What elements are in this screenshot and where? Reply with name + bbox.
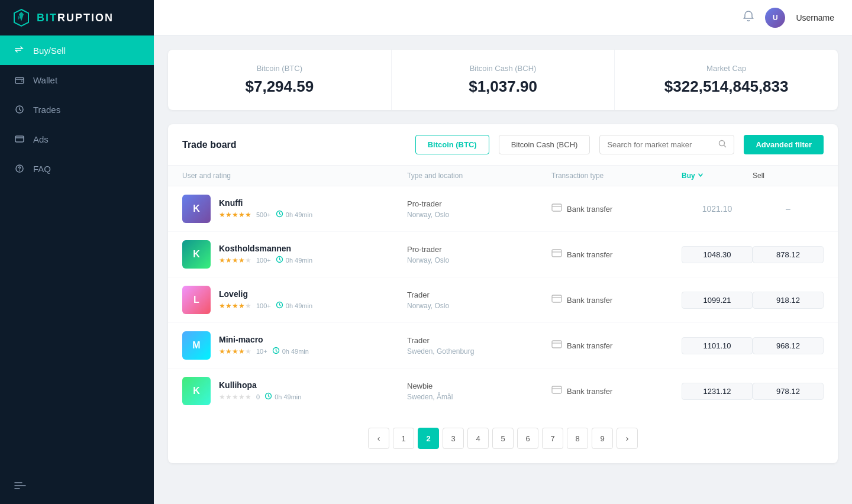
tx-cell: Bank transfer: [551, 340, 682, 351]
buy-price: 1231.12: [682, 383, 753, 400]
svg-rect-13: [552, 295, 561, 302]
stat-bch-value: $1,037.90: [409, 77, 597, 96]
buy-price-cell: 1048.30: [682, 246, 753, 263]
table-row[interactable]: K Kostholdsmannen ★★★★★ 100+ 0h 49min: [168, 232, 838, 277]
time-icon: [264, 392, 272, 402]
user-meta: ★★★★★ 0 0h 49min: [219, 392, 301, 402]
tx-label: Bank transfer: [567, 205, 612, 214]
tx-cell: Bank transfer: [551, 203, 682, 214]
table-row[interactable]: M Mini-macro ★★★★★ 10+ 0h 49min: [168, 323, 838, 369]
payment-card-icon: [551, 386, 562, 396]
tab-bitcoin-btc[interactable]: Bitcoin (BTC): [415, 135, 489, 154]
sell-price: 878.12: [753, 246, 824, 263]
buy-price-cell: 1021.10: [682, 204, 753, 214]
sell-price-cell: 878.12: [753, 246, 824, 263]
user-cell: K Kostholdsmannen ★★★★★ 100+ 0h 49min: [182, 240, 407, 269]
table-row[interactable]: L Lovelig ★★★★★ 100+ 0h 49min: [168, 277, 838, 323]
avatar[interactable]: U: [765, 8, 785, 28]
buy-price-cell: 1099.21: [682, 292, 753, 309]
svg-point-7: [719, 141, 725, 146]
page-2[interactable]: 2: [418, 428, 439, 449]
sidebar-item-ads[interactable]: Ads: [0, 124, 154, 154]
page-3[interactable]: 3: [443, 428, 464, 449]
time-icon: [276, 256, 283, 265]
page-7[interactable]: 7: [542, 428, 563, 449]
sell-price-cell: –: [753, 204, 824, 214]
stat-btc: Bitcoin (BTC) $7,294.59: [168, 50, 392, 110]
svg-rect-17: [552, 386, 561, 393]
tx-label: Bank transfer: [567, 250, 612, 259]
advanced-filter-button[interactable]: Advanded filter: [744, 135, 824, 154]
time-icon: [272, 347, 280, 356]
svg-rect-11: [552, 250, 561, 257]
sell-price-cell: 968.12: [753, 337, 824, 354]
user-name: Mini-macro: [219, 335, 309, 344]
col-user-rating: User and rating: [182, 172, 407, 180]
trader-location: Sweden, Åmål: [407, 393, 551, 401]
table-row[interactable]: K Kullihopa ★★★★★ 0 0h 49min: [168, 369, 838, 413]
stat-cap-label: Market Cap: [632, 64, 820, 73]
time-badge: 0h 49min: [276, 256, 312, 265]
user-name: Lovelig: [219, 289, 312, 299]
sidebar-item-label: FAQ: [33, 164, 51, 174]
page-6[interactable]: 6: [517, 428, 538, 449]
tab-bitcoin-bch[interactable]: Bitcoin Cash (BCH): [499, 135, 590, 154]
col-transaction-type: Transaction type: [551, 172, 682, 180]
page-8[interactable]: 8: [567, 428, 588, 449]
payment-card-icon: [551, 295, 562, 305]
buy-price: 1048.30: [682, 246, 753, 263]
trader-location: Norway, Oslo: [407, 302, 551, 310]
user-cell: M Mini-macro ★★★★★ 10+ 0h 49min: [182, 331, 407, 360]
tx-cell: Bank transfer: [551, 386, 682, 396]
page-1[interactable]: 1: [393, 428, 414, 449]
stars: ★★★★★: [219, 393, 251, 401]
trade-board-title: Trade board: [182, 140, 237, 150]
sidebar-item-label: Trades: [33, 105, 60, 115]
sidebar-item-wallet[interactable]: Wallet: [0, 65, 154, 95]
stars: ★★★★★: [219, 347, 251, 356]
type-cell: Pro-trader Norway, Oslo: [407, 199, 551, 219]
toggle-sidebar-icon[interactable]: [14, 482, 26, 492]
col-buy[interactable]: Buy: [682, 172, 753, 180]
user-cell: L Lovelig ★★★★★ 100+ 0h 49min: [182, 286, 407, 314]
svg-rect-4: [15, 136, 24, 142]
user-meta: ★★★★★ 100+ 0h 49min: [219, 256, 312, 265]
search-input[interactable]: [607, 140, 714, 149]
user-cell: K Kullihopa ★★★★★ 0 0h 49min: [182, 377, 407, 405]
sell-price: 968.12: [753, 337, 824, 354]
svg-point-2: [21, 80, 22, 82]
buy-price: 1101.10: [682, 337, 753, 354]
sidebar-bottom: [0, 470, 154, 504]
stat-btc-label: Bitcoin (BTC): [186, 64, 373, 73]
sell-price-cell: 918.12: [753, 292, 824, 309]
trader-type: Pro-trader: [407, 245, 551, 254]
table-row[interactable]: K Knuffi ★★★★★ 500+ 0h 49min: [168, 186, 838, 232]
exchange-icon: [14, 45, 25, 56]
notification-bell-icon[interactable]: [743, 10, 754, 25]
trade-board-card: Trade board Bitcoin (BTC) Bitcoin Cash (…: [168, 124, 838, 463]
pagination-next[interactable]: ›: [617, 428, 638, 449]
trade-board-header: Trade board Bitcoin (BTC) Bitcoin Cash (…: [168, 124, 838, 166]
user-info: Knuffi ★★★★★ 500+ 0h 49min: [219, 198, 312, 219]
sidebar-item-buy-sell[interactable]: Buy/Sell: [0, 35, 154, 65]
stat-bch: Bitcoin Cash (BCH) $1,037.90: [392, 50, 615, 110]
sidebar: BITRUPTION Buy/Sell Wallet Trades Ads FA…: [0, 0, 154, 504]
svg-rect-9: [552, 204, 561, 211]
page-5[interactable]: 5: [492, 428, 514, 449]
sidebar-item-faq[interactable]: FAQ: [0, 154, 154, 183]
pagination-prev[interactable]: ‹: [368, 428, 389, 449]
page-4[interactable]: 4: [467, 428, 489, 449]
time-badge: 0h 49min: [276, 301, 312, 311]
svg-rect-1: [15, 77, 24, 83]
search-icon: [718, 140, 727, 150]
tx-label: Bank transfer: [567, 296, 612, 305]
sell-price: 978.12: [753, 383, 824, 400]
logo: BITRUPTION: [0, 0, 154, 35]
type-cell: Trader Norway, Oslo: [407, 290, 551, 310]
col-type-location: Type and location: [407, 172, 551, 180]
trader-type: Trader: [407, 336, 551, 345]
page-9[interactable]: 9: [592, 428, 613, 449]
logo-text: BITRUPTION: [37, 12, 114, 24]
payment-card-icon: [551, 203, 562, 214]
sidebar-item-trades[interactable]: Trades: [0, 95, 154, 124]
